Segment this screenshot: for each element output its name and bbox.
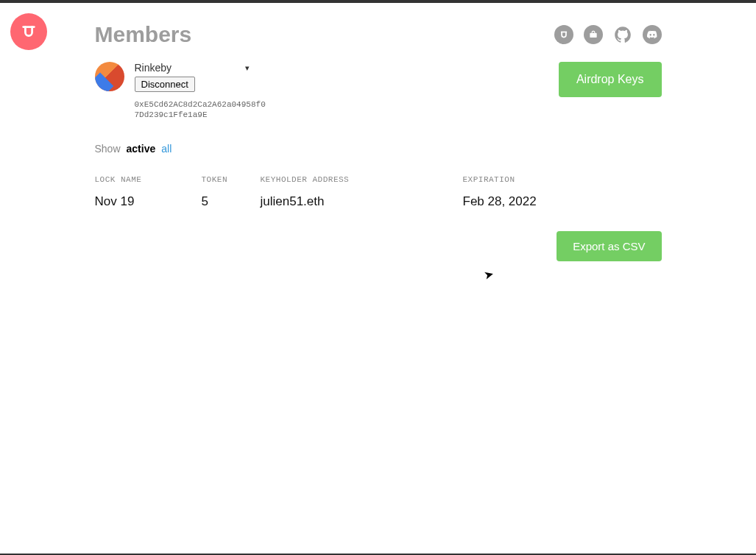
th-token: TOKEN <box>202 175 261 184</box>
table-header: LOCK NAME TOKEN KEYHOLDER ADDRESS EXPIRA… <box>95 175 662 184</box>
th-lock-name: LOCK NAME <box>95 175 202 184</box>
th-keyholder: KEYHOLDER ADDRESS <box>261 175 463 184</box>
unlock-logo-icon <box>21 24 37 40</box>
wallet-row: Rinkeby ▾ Disconnect 0xE5Cd62AC8d2Ca2A62… <box>95 62 662 121</box>
td-keyholder: julien51.eth <box>261 194 463 209</box>
cursor-icon: ➤ <box>482 267 495 283</box>
td-lock-name: Nov 19 <box>95 194 202 209</box>
social-icons <box>554 25 662 44</box>
td-token: 5 <box>202 194 261 209</box>
header-row: Members <box>95 22 662 47</box>
chevron-down-icon: ▾ <box>245 63 250 73</box>
briefcase-icon[interactable] <box>584 25 603 44</box>
unlock-icon[interactable] <box>554 25 573 44</box>
avatar <box>95 62 124 91</box>
network-name: Rinkeby <box>135 62 172 74</box>
airdrop-keys-button[interactable]: Airdrop Keys <box>559 62 662 97</box>
network-selector[interactable]: Rinkeby ▾ <box>135 62 267 74</box>
filter-show-label: Show <box>95 143 121 155</box>
td-expiration: Feb 28, 2022 <box>463 194 596 209</box>
discord-icon[interactable] <box>643 25 662 44</box>
members-table: LOCK NAME TOKEN KEYHOLDER ADDRESS EXPIRA… <box>95 175 662 209</box>
table-row: Nov 19 5 julien51.eth Feb 28, 2022 <box>95 194 662 209</box>
export-csv-button[interactable]: Export as CSV <box>557 231 661 261</box>
filter-all[interactable]: all <box>161 143 172 155</box>
page-title: Members <box>95 22 192 47</box>
logo-badge[interactable] <box>10 13 47 50</box>
wallet-info: Rinkeby ▾ Disconnect 0xE5Cd62AC8d2Ca2A62… <box>95 62 267 121</box>
svg-rect-2 <box>590 33 596 38</box>
export-row: Export as CSV <box>95 231 662 261</box>
th-expiration: EXPIRATION <box>463 175 596 184</box>
filter-active[interactable]: active <box>127 143 156 155</box>
github-icon[interactable] <box>613 25 632 44</box>
wallet-address: 0xE5Cd62AC8d2Ca2A62a04958f07Dd239c1Ffe1a… <box>135 99 267 121</box>
filter-row: Show active all <box>95 143 662 155</box>
disconnect-button[interactable]: Disconnect <box>135 77 195 92</box>
wallet-details: Rinkeby ▾ Disconnect 0xE5Cd62AC8d2Ca2A62… <box>135 62 267 121</box>
